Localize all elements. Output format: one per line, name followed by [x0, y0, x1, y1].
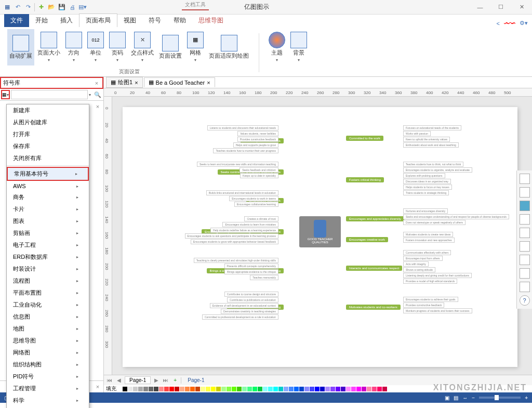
- minimize-button[interactable]: —: [470, 0, 490, 15]
- mindmap-leaf-node[interactable]: Committed to professional development as…: [202, 314, 278, 320]
- mindmap-leaf-node[interactable]: Provides a model of high ethical standar…: [403, 279, 457, 284]
- color-swatch[interactable]: [190, 387, 195, 391]
- color-swatch[interactable]: [346, 387, 351, 391]
- menu-item-category[interactable]: ERD和数据库▸: [7, 251, 89, 263]
- open-icon[interactable]: 📂: [47, 3, 56, 11]
- mindmap-branch-node[interactable]: Fosters critical thinking: [346, 177, 384, 182]
- file-tab[interactable]: 文件: [4, 14, 29, 27]
- fit-width-icon[interactable]: ↔: [462, 395, 468, 401]
- menu-item-category[interactable]: 思维导图▸: [7, 335, 89, 347]
- color-swatch[interactable]: [138, 387, 143, 391]
- menu-item-save_lib[interactable]: 保存库: [7, 140, 89, 152]
- tab-view[interactable]: 视图: [117, 14, 142, 27]
- mindmap-leaf-node[interactable]: Keen to uphold the university values: [403, 137, 450, 142]
- color-swatch[interactable]: [372, 387, 377, 391]
- page-setup-button[interactable]: 页面设置: [157, 29, 184, 65]
- page[interactable]: GOOD TEACHER QUALITIES Provides positive…: [123, 107, 517, 367]
- zoom-slider[interactable]: [479, 397, 521, 399]
- export-icon[interactable]: ▤▾: [78, 3, 87, 11]
- menu-item-category[interactable]: 平面布置图▸: [7, 287, 89, 299]
- mindmap-leaf-node[interactable]: Listens to students and discovers their …: [207, 125, 278, 130]
- redo-icon[interactable]: ↷: [24, 3, 32, 11]
- mindmap-leaf-node[interactable]: Contributes to publications on education: [227, 297, 278, 302]
- color-swatch[interactable]: [289, 387, 294, 391]
- color-swatch[interactable]: [273, 387, 278, 391]
- mindmap-leaf-node[interactable]: Help students redefine failure as a lear…: [210, 228, 278, 233]
- panel-collapse-icon[interactable]: ×: [94, 103, 101, 110]
- color-swatch[interactable]: [117, 387, 122, 391]
- color-swatch[interactable]: [175, 387, 179, 391]
- menu-item-close_all[interactable]: 关闭所有库: [7, 152, 89, 164]
- color-swatch[interactable]: [294, 387, 299, 391]
- mindmap-leaf-node[interactable]: Encourages students to grow with appropr…: [191, 239, 278, 244]
- mindmap-leaf-node[interactable]: Encourages students to work in teams: [229, 196, 278, 201]
- page-icon[interactable]: [520, 241, 530, 252]
- auto-extend-button[interactable]: 自动扩展: [7, 29, 34, 65]
- zoom-out-icon[interactable]: −: [472, 395, 475, 401]
- menu-item-category[interactable]: 剪贴画▸: [7, 227, 89, 239]
- maximize-button[interactable]: ☐: [490, 0, 511, 15]
- close-tab-icon[interactable]: ×: [135, 80, 138, 86]
- menu-item-category[interactable]: 网络图▸: [7, 347, 89, 359]
- share-icon[interactable]: <: [497, 20, 500, 27]
- menu-item-category[interactable]: 时装设计▸: [7, 263, 89, 275]
- color-swatch[interactable]: [351, 387, 356, 391]
- doc-tab-2[interactable]: ▦ Be a Good Teacher ×: [144, 77, 215, 87]
- format-icon[interactable]: [520, 174, 530, 184]
- search-dropdown-icon[interactable]: ▾: [89, 93, 91, 97]
- doc-panel-icon[interactable]: [520, 268, 530, 279]
- mindmap-leaf-node[interactable]: Teaches students how to monitor their ow…: [213, 148, 278, 153]
- menu-item-new_lib[interactable]: 新建库: [7, 104, 89, 116]
- color-swatch[interactable]: [159, 387, 164, 391]
- color-swatch[interactable]: [201, 387, 205, 391]
- color-swatch[interactable]: [216, 387, 221, 391]
- color-swatch[interactable]: [258, 387, 262, 391]
- print-icon[interactable]: 🖨: [68, 3, 76, 11]
- menu-item-category[interactable]: AWS▸: [7, 181, 89, 191]
- color-swatch[interactable]: [362, 387, 366, 391]
- menu-item-category[interactable]: 流程图▸: [7, 275, 89, 287]
- settings-gear-icon[interactable]: ⚙▾: [520, 20, 528, 27]
- mindmap-leaf-node[interactable]: Communicates effectively with others: [403, 250, 451, 255]
- color-swatch[interactable]: [341, 387, 345, 391]
- color-swatch[interactable]: [180, 387, 184, 391]
- mindmap-leaf-node[interactable]: Encourages input from others: [403, 256, 443, 261]
- mindmap-leaf-node[interactable]: Enthusiastic about work and about teachi…: [403, 142, 459, 148]
- tab-help[interactable]: 帮助: [167, 14, 192, 27]
- mindmap-leaf-node[interactable]: Evidence of self-development in an educa…: [210, 303, 278, 308]
- undo-icon[interactable]: ↶: [14, 3, 22, 11]
- tab-mindmap[interactable]: 思维导图: [192, 14, 230, 27]
- color-swatch[interactable]: [320, 387, 325, 391]
- color-swatch[interactable]: [263, 387, 268, 391]
- tab-page-layout[interactable]: 页面布局: [79, 14, 117, 27]
- color-swatch[interactable]: [154, 387, 158, 391]
- color-swatch[interactable]: [356, 387, 361, 391]
- mindmap-leaf-node[interactable]: Demonstrates creativity in teaching stra…: [221, 309, 278, 314]
- mindmap-leaf-node[interactable]: Seeks to learn and incorporate new skill…: [197, 162, 278, 167]
- mindmap-leaf-node[interactable]: Encourages students to organize, analyze…: [403, 167, 472, 173]
- color-swatch[interactable]: [128, 387, 132, 391]
- color-swatch[interactable]: [299, 387, 304, 391]
- mindmap-leaf-node[interactable]: Motivates students to create new ideas: [403, 232, 453, 237]
- mindmap-leaf-node[interactable]: Trains students in strategic thinking: [403, 190, 449, 195]
- unit-button[interactable]: 012 单位▾: [85, 29, 106, 65]
- mindmap-leaf-node[interactable]: Values students, never belittles: [237, 131, 278, 136]
- view-mode-icon-2[interactable]: ▤: [454, 395, 458, 401]
- menu-item-category[interactable]: 商务▸: [7, 191, 89, 203]
- library-dropdown-trigger[interactable]: ▦▾: [1, 90, 10, 99]
- mindmap-leaf-node[interactable]: Teaches memorably: [250, 275, 278, 280]
- mindmap-branch-node[interactable]: Committed to the work: [346, 136, 383, 141]
- color-swatch[interactable]: [377, 387, 382, 391]
- color-swatch[interactable]: [325, 387, 330, 391]
- search-icon[interactable]: 🔍: [92, 91, 103, 98]
- mindmap-center-node[interactable]: GOOD TEACHER QUALITIES: [299, 216, 341, 247]
- mindmap-leaf-node[interactable]: Acts with integrity: [403, 261, 429, 267]
- theme-panel-icon[interactable]: [520, 201, 530, 211]
- canvas[interactable]: GOOD TEACHER QUALITIES Provides positive…: [112, 97, 532, 375]
- color-swatch[interactable]: [237, 387, 242, 391]
- color-swatch[interactable]: [284, 387, 288, 391]
- page-size-button[interactable]: 页面大小▾: [35, 29, 62, 65]
- user-signature[interactable]: ～～: [504, 19, 515, 27]
- color-swatch[interactable]: [242, 387, 247, 391]
- doc-tab-1[interactable]: ▦ 绘图1 ×: [106, 77, 143, 88]
